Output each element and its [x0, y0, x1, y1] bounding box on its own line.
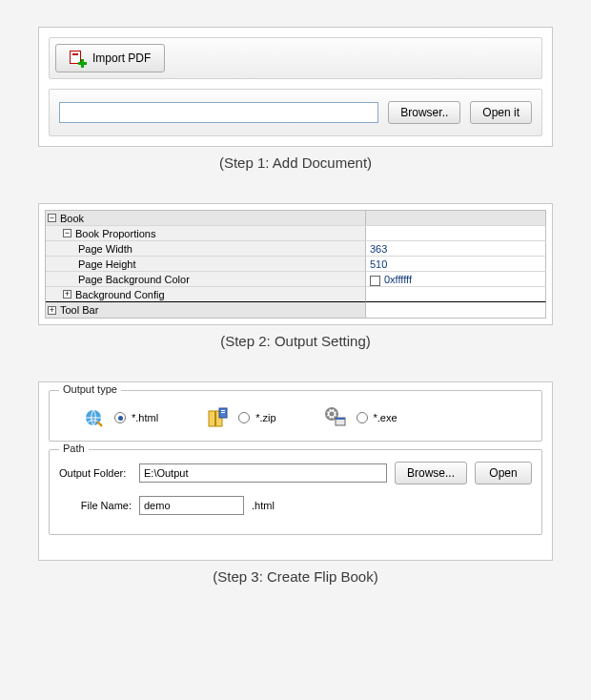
exe-label: *.exe [374, 412, 397, 423]
output-folder-input[interactable] [139, 463, 387, 483]
svg-point-7 [329, 412, 334, 417]
file-extension: .html [252, 500, 275, 511]
path-fieldset: Path Output Folder: Browse... Open File … [49, 449, 542, 535]
open-button[interactable]: Open [475, 462, 532, 484]
file-name-input[interactable] [139, 496, 244, 515]
expand-icon[interactable]: + [48, 306, 56, 315]
zip-label: *.zip [255, 412, 275, 423]
path-legend: Path [59, 443, 89, 454]
page-height-label: Page Height [46, 257, 366, 272]
expand-icon[interactable]: + [63, 290, 71, 299]
proportions-node[interactable]: − Book Proportions [46, 226, 366, 241]
svg-rect-5 [221, 412, 225, 413]
page-width-label: Page Width [46, 241, 366, 257]
import-pdf-button[interactable]: Import PDF [55, 44, 165, 72]
page-bg-color-text: 0xffffff [384, 274, 412, 285]
toolbar-value [366, 302, 546, 318]
pdf-path-input[interactable] [59, 102, 378, 123]
step1-panel: Import PDF Browser.. Open it [38, 27, 553, 147]
import-pdf-label: Import PDF [92, 51, 151, 65]
html-label: *.html [132, 412, 158, 423]
step2-caption: (Step 2: Output Setting) [38, 333, 553, 349]
output-type-legend: Output type [59, 383, 121, 395]
svg-rect-4 [221, 410, 225, 411]
book-label: Book [60, 212, 84, 225]
color-swatch-icon [370, 276, 380, 286]
output-type-zip[interactable]: *.zip [206, 406, 275, 429]
output-type-exe[interactable]: *.exe [324, 406, 397, 429]
proportions-value [366, 226, 546, 241]
step3-caption: (Step 3: Create Flip Book) [38, 568, 553, 585]
globe-icon [82, 406, 105, 429]
collapse-icon[interactable]: − [63, 229, 71, 237]
page-width-value[interactable]: 363 [366, 241, 546, 257]
open-it-button[interactable]: Open it [470, 101, 532, 124]
radio-zip[interactable] [238, 412, 250, 423]
svg-rect-2 [214, 411, 216, 426]
output-types: *.html *.zip [59, 401, 532, 431]
toolbar-label: Tool Bar [60, 303, 98, 317]
zip-icon [206, 406, 229, 429]
step2-panel: − Book − Book Proportions Page Width 363… [38, 203, 553, 325]
step1-caption: (Step 1: Add Document) [38, 154, 553, 171]
pdf-import-icon [70, 51, 85, 66]
file-row: Browser.. Open it [49, 89, 542, 136]
background-config-value [366, 287, 546, 302]
step3-panel: Output type *.html [38, 381, 553, 561]
background-config-label: Background Config [75, 288, 165, 301]
radio-html[interactable] [114, 412, 126, 423]
settings-grid: − Book − Book Proportions Page Width 363… [45, 210, 546, 319]
page-height-value[interactable]: 510 [366, 257, 546, 272]
collapse-icon[interactable]: − [48, 214, 56, 222]
proportions-label: Book Proportions [75, 227, 155, 240]
output-folder-label: Output Folder: [59, 467, 132, 479]
browse-button[interactable]: Browse... [395, 462, 467, 484]
page-bg-color-label: Page Background Color [46, 272, 366, 287]
book-value [366, 211, 546, 226]
svg-rect-9 [336, 418, 345, 420]
browser-button[interactable]: Browser.. [388, 101, 460, 124]
radio-exe[interactable] [357, 412, 368, 423]
output-type-fieldset: Output type *.html [49, 390, 542, 442]
page-bg-color-value[interactable]: 0xffffff [366, 272, 546, 287]
file-name-label: File Name: [72, 500, 132, 511]
output-type-html[interactable]: *.html [82, 406, 158, 429]
toolbar-node[interactable]: + Tool Bar [46, 302, 366, 318]
background-config-node[interactable]: + Background Config [46, 287, 366, 302]
import-toolbar: Import PDF [49, 37, 542, 79]
book-node[interactable]: − Book [46, 211, 366, 226]
exe-icon [324, 406, 347, 429]
